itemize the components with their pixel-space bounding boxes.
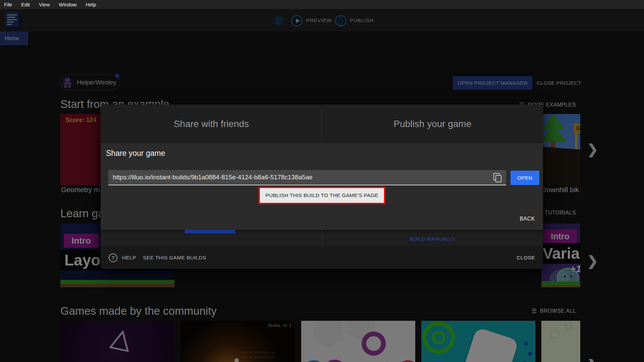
pm-line <box>7 24 12 25</box>
purple-ring <box>323 360 347 362</box>
tab-share-label: Share with friends <box>174 119 249 129</box>
publish-button[interactable]: PUBLISH <box>350 17 374 23</box>
project-manager-icon[interactable] <box>5 12 23 30</box>
blue-dot <box>528 352 532 356</box>
help-button[interactable]: HELP <box>122 255 136 261</box>
menubar: File Edit View Window Help <box>0 0 644 9</box>
open-project-manager-button[interactable]: OPEN PROJECT MANAGER <box>453 76 532 90</box>
menu-help[interactable]: Help <box>86 2 96 7</box>
pine-tree-shape <box>541 124 567 142</box>
bug-leg <box>282 18 284 19</box>
copy-icon-front <box>495 175 501 182</box>
purple-ring <box>362 331 386 356</box>
bug-leg <box>282 20 284 21</box>
intro-tag: Intro <box>543 230 577 243</box>
green-ring <box>432 331 445 344</box>
intro-tag: Intro <box>64 234 99 248</box>
close-dialog-button[interactable]: CLOSE <box>517 255 535 261</box>
community-section-title: Games made by the community <box>60 305 217 317</box>
menu-window[interactable]: Window <box>59 2 76 7</box>
bug-leg <box>282 23 284 24</box>
tab-home[interactable]: Home <box>0 32 28 45</box>
score-label: Score: 124 <box>66 117 96 124</box>
sign-flag: G <box>574 123 580 133</box>
bug-antenna <box>276 15 277 17</box>
back-button[interactable]: BACK <box>520 216 535 222</box>
browse-all-label: BROWSE ALL <box>540 308 576 314</box>
menu-view[interactable]: View <box>39 2 50 7</box>
close-project-button[interactable]: CLOSE PROJECT <box>537 76 581 90</box>
gdevelop-window: File Edit View Window Help <box>0 0 644 362</box>
play-triangle <box>296 18 300 23</box>
hidden-blue-button-sliver <box>185 230 235 233</box>
pm-line <box>7 17 15 18</box>
community-row: △ ◇ Étoiles : 0 / 1 Tuer les monstres en… <box>60 321 580 362</box>
variables-word: Variab <box>541 243 580 264</box>
outline-dot <box>550 329 559 338</box>
blue-ring <box>302 360 326 362</box>
open-build-button[interactable]: OPEN <box>511 171 539 185</box>
play-icon[interactable] <box>291 15 303 26</box>
tab-publish-your-game[interactable]: Publish your game <box>322 105 543 143</box>
tab-share-with-friends[interactable]: Share with friends <box>101 105 322 143</box>
copy-icon[interactable] <box>493 173 501 182</box>
list-icon: ☰ <box>531 307 537 315</box>
menu-edit[interactable]: Edit <box>21 2 30 7</box>
community-card-hexrings[interactable] <box>301 321 415 362</box>
example-card-downhill[interactable]: G <box>541 114 580 185</box>
bug-leg <box>273 23 275 24</box>
notification-dot <box>115 74 119 78</box>
tutorials-label: TUTORIALS <box>545 210 576 216</box>
bug-leg <box>273 18 275 19</box>
white-square <box>463 327 519 362</box>
scroll-right-chevron-icon[interactable]: ❯ <box>587 357 598 362</box>
triangle-shape: △ <box>108 321 135 355</box>
avatar-pixel <box>64 85 66 88</box>
build-manually-link[interactable]: BUILD MANUALLY <box>322 236 543 242</box>
panel-title: Share your game <box>106 149 165 158</box>
grass-strip <box>541 281 580 285</box>
example-caption: Geometry m <box>61 186 100 194</box>
see-builds-button[interactable]: SEE THIS GAME BUILDS <box>143 255 206 261</box>
pm-line <box>7 19 17 20</box>
preview-button[interactable]: PREVIEW <box>306 17 332 23</box>
dirt-strip <box>60 284 174 287</box>
help-icon[interactable]: ? <box>109 253 117 262</box>
community-card-dots[interactable] <box>541 321 580 362</box>
example-caption: Downhill bik <box>541 186 579 194</box>
avatar-pixel <box>64 82 71 84</box>
grass-strip <box>60 280 174 284</box>
build-url-field[interactable]: https://liluo.io/instant-builds/9b1a0884… <box>108 170 506 185</box>
bug-antenna <box>279 15 280 17</box>
bug-body <box>275 17 281 25</box>
debug-icon[interactable] <box>273 14 284 26</box>
learn-section-title: Learn ga <box>60 207 104 220</box>
community-card-night[interactable]: Étoiles : 0 / 1 Tuer les monstres en leu… <box>181 321 295 362</box>
hint-text: Tuer les monstres en <box>231 350 285 354</box>
dirt-strip <box>541 285 580 287</box>
red-highlight-box: PUBLISH THIS BUILD TO THE GAME'S PAGE <box>258 187 385 204</box>
avatar <box>61 76 73 88</box>
tab-publish-label: Publish your game <box>394 119 472 129</box>
community-card-teal[interactable] <box>421 321 535 362</box>
pm-line <box>7 21 14 22</box>
diamond-shape: ◇ <box>81 356 100 362</box>
scroll-right-chevron-icon[interactable]: ❯ <box>587 253 598 268</box>
red-ring <box>396 360 415 362</box>
publish-build-button[interactable]: PUBLISH THIS BUILD TO THE GAME'S PAGE <box>260 188 384 203</box>
pm-icon-front <box>5 12 19 27</box>
hexagon-shape <box>313 321 343 348</box>
avatar-pixel <box>65 78 70 82</box>
browse-all-button[interactable]: ☰ BROWSE ALL <box>531 307 576 315</box>
blue-dot <box>524 342 528 346</box>
user-chip[interactable]: HelperWesley <box>60 74 120 90</box>
globe-icon[interactable] <box>335 15 346 26</box>
hint-text: leur sautant dessus <box>231 355 285 359</box>
dialog-bottom-bar: ? HELP SEE THIS GAME BUILDS CLOSE <box>101 246 543 269</box>
community-card-neon[interactable]: △ ◇ <box>60 321 174 362</box>
scroll-right-chevron-icon[interactable]: ❯ <box>587 141 598 157</box>
share-game-dialog: Share with friends Publish your game Sha… <box>101 105 543 269</box>
learn-card-variables[interactable]: Intro Variab +1 <box>541 224 580 287</box>
bug-leg <box>273 20 275 21</box>
menu-file[interactable]: File <box>4 2 12 7</box>
